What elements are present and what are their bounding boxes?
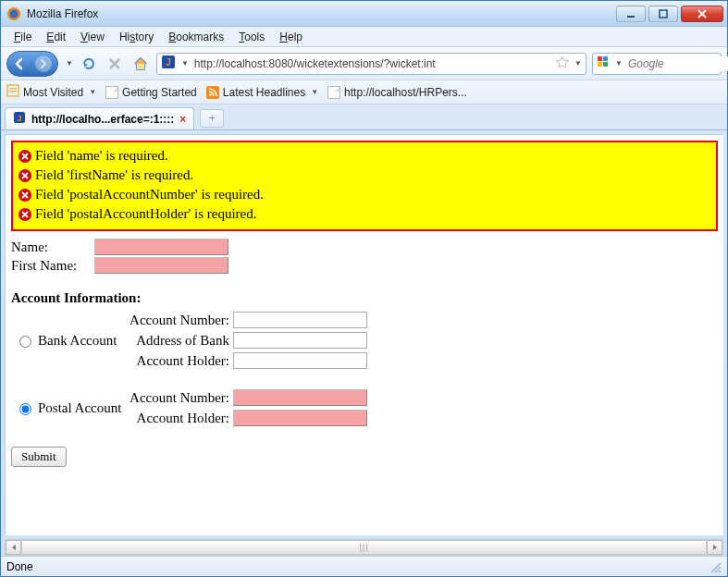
scroll-right-button[interactable] xyxy=(707,540,722,555)
svg-point-15 xyxy=(209,93,212,96)
firefox-icon xyxy=(6,6,21,21)
error-text: Field 'postalAccountNumber' is required. xyxy=(35,185,264,204)
bank-holder-field[interactable] xyxy=(233,352,367,369)
page-icon xyxy=(105,86,118,99)
svg-rect-3 xyxy=(660,10,667,18)
nav-history-dropdown[interactable]: ▼ xyxy=(66,59,73,68)
site-identity-dropdown[interactable]: ▼ xyxy=(181,59,189,68)
back-button[interactable] xyxy=(13,57,26,70)
svg-rect-2 xyxy=(627,16,635,18)
bookmark-label: Most Visited xyxy=(23,86,83,99)
close-button[interactable] xyxy=(681,6,723,22)
svg-rect-14 xyxy=(9,91,17,92)
reload-button[interactable] xyxy=(79,54,99,74)
stop-button[interactable] xyxy=(105,54,125,74)
browser-window: Mozilla Firefox File Edit View History B… xyxy=(0,0,728,577)
scroll-left-button[interactable] xyxy=(6,540,21,555)
url-input[interactable] xyxy=(192,56,552,71)
firstname-field[interactable] xyxy=(94,257,228,274)
rss-icon xyxy=(206,86,219,99)
menu-edit[interactable]: Edit xyxy=(41,29,71,45)
chevron-down-icon: ▼ xyxy=(311,88,318,96)
bank-account-radio-label: Bank Account xyxy=(38,333,117,349)
maximize-button[interactable] xyxy=(648,6,678,22)
error-item: Field 'postalAccountHolder' is required. xyxy=(19,204,710,224)
forward-button[interactable] xyxy=(35,55,52,72)
bank-account-group: Bank Account Account Number: Address of … xyxy=(11,312,718,369)
search-input[interactable] xyxy=(626,56,728,71)
bookmark-label: Latest Headlines xyxy=(223,86,305,99)
bank-account-radio[interactable] xyxy=(19,336,31,348)
error-item: Field 'firstName' is required. xyxy=(19,166,710,185)
bookmark-most-visited[interactable]: Most Visited ▼ xyxy=(6,84,96,100)
menubar: File Edit View History Bookmarks Tools H… xyxy=(1,27,727,47)
url-history-dropdown[interactable]: ▼ xyxy=(574,59,582,68)
search-engine-icon[interactable] xyxy=(597,55,610,71)
scroll-track[interactable]: ||| xyxy=(21,540,707,555)
search-engine-dropdown[interactable]: ▼ xyxy=(615,59,623,68)
bookmark-star-icon[interactable] xyxy=(556,55,569,71)
status-text: Done xyxy=(6,560,33,573)
name-label: Name: xyxy=(11,239,94,255)
firstname-label: First Name: xyxy=(11,258,94,274)
error-text: Field 'name' is required. xyxy=(35,146,168,166)
error-icon xyxy=(19,150,31,163)
tab-active[interactable]: J http://localho...erface=:1:::: × xyxy=(5,107,194,129)
postal-account-radio-label: Postal Account xyxy=(38,400,121,416)
postal-account-radio[interactable] xyxy=(19,403,31,415)
tab-favicon: J xyxy=(13,111,26,127)
menu-tools[interactable]: Tools xyxy=(233,29,270,45)
svg-text:J: J xyxy=(17,114,21,123)
submit-button[interactable]: Submit xyxy=(11,447,67,467)
bank-address-label: Address of Bank xyxy=(122,333,233,349)
bookmark-latest-headlines[interactable]: Latest Headlines ▼ xyxy=(206,86,318,99)
postal-holder-field[interactable] xyxy=(233,410,367,426)
new-tab-button[interactable]: + xyxy=(200,109,224,128)
home-button[interactable] xyxy=(130,54,151,74)
error-icon xyxy=(19,189,31,202)
page-icon xyxy=(327,86,340,99)
menu-bookmarks[interactable]: Bookmarks xyxy=(163,29,229,45)
error-text: Field 'postalAccountHolder' is required. xyxy=(35,204,257,224)
statusbar: Done xyxy=(1,556,727,576)
window-buttons xyxy=(616,6,723,22)
bookmark-label: Getting Started xyxy=(122,86,197,99)
bookmarks-toolbar: Most Visited ▼ Getting Started Latest He… xyxy=(1,80,727,104)
menu-file[interactable]: File xyxy=(8,29,37,45)
svg-rect-9 xyxy=(603,56,608,61)
error-panel: Field 'name' is required.Field 'firstNam… xyxy=(11,141,718,231)
error-text: Field 'firstName' is required. xyxy=(35,166,193,185)
error-icon xyxy=(19,208,31,221)
search-bar[interactable]: ▼ xyxy=(592,53,722,75)
postal-account-number-field[interactable] xyxy=(233,389,367,406)
svg-rect-11 xyxy=(603,62,608,67)
bookmark-hrpersdb[interactable]: http://localhost/HRPers... xyxy=(327,86,467,99)
svg-rect-10 xyxy=(598,62,602,67)
most-visited-icon xyxy=(6,84,19,100)
name-field[interactable] xyxy=(94,239,228,255)
svg-text:J: J xyxy=(166,57,171,68)
bookmark-getting-started[interactable]: Getting Started xyxy=(105,86,197,99)
menu-help[interactable]: Help xyxy=(274,29,308,45)
error-icon xyxy=(19,169,31,182)
svg-point-1 xyxy=(10,9,19,18)
menu-history[interactable]: History xyxy=(114,29,159,45)
bank-address-field[interactable] xyxy=(233,332,367,349)
site-identity-icon[interactable]: J xyxy=(161,55,176,72)
resize-grip-icon[interactable] xyxy=(709,560,722,573)
horizontal-scrollbar[interactable]: ||| xyxy=(5,539,723,556)
error-item: Field 'postalAccountNumber' is required. xyxy=(19,185,710,204)
scroll-thumb[interactable]: ||| xyxy=(21,540,707,555)
bank-account-number-label: Account Number: xyxy=(122,313,233,328)
postal-account-group: Postal Account Account Number: Account H… xyxy=(11,389,718,426)
bookmark-label: http://localhost/HRPers... xyxy=(344,86,467,99)
tab-close-icon[interactable]: × xyxy=(179,113,186,126)
chevron-down-icon: ▼ xyxy=(89,88,96,96)
menu-view[interactable]: View xyxy=(75,29,110,45)
page-content: Field 'name' is required.Field 'firstNam… xyxy=(5,134,723,535)
minimize-button[interactable] xyxy=(616,6,646,22)
window-title: Mozilla Firefox xyxy=(27,7,616,20)
bank-account-number-field[interactable] xyxy=(233,312,367,328)
error-item: Field 'name' is required. xyxy=(19,146,710,166)
url-bar[interactable]: J ▼ ▼ xyxy=(156,53,586,75)
